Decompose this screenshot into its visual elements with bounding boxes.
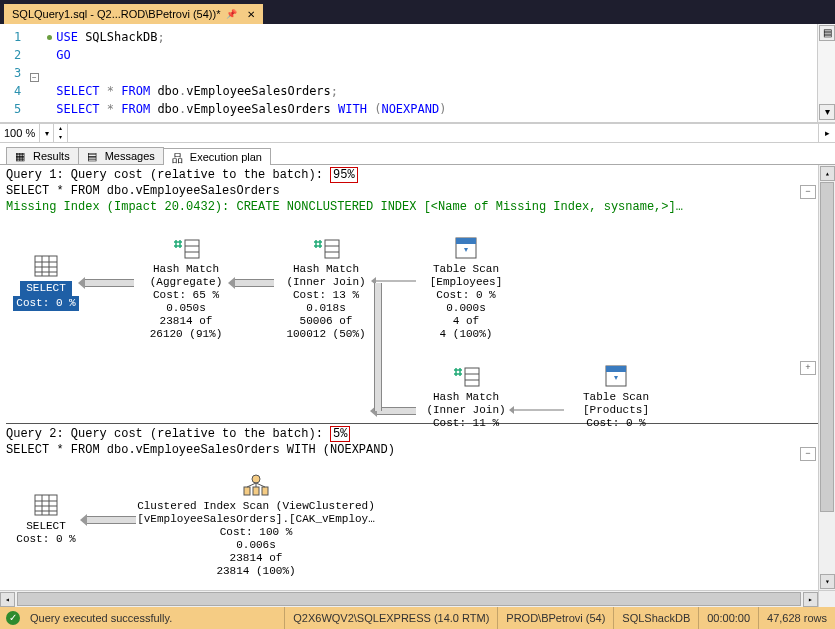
- results-tab-strip: ▦ Results ▤ Messages 品 Execution plan: [0, 143, 835, 165]
- svg-rect-6: [185, 240, 199, 258]
- plan-arrow: [86, 516, 136, 524]
- op-hash-join2[interactable]: Hash Match (Inner Join) Cost: 11 %: [406, 361, 526, 430]
- grid-icon: ▦: [15, 150, 29, 162]
- hash-match-icon: [171, 234, 201, 262]
- horizontal-scrollbar[interactable]: [68, 124, 819, 142]
- collapse-query1-icon[interactable]: −: [800, 185, 816, 199]
- sql-editor[interactable]: 1 2 3 4 5 − USE SQLShackDB; GO SELECT * …: [0, 24, 835, 123]
- op-tablescan-products[interactable]: Table Scan [Products] Cost: 0 %: [556, 361, 676, 430]
- plan-vertical-scrollbar[interactable]: ▴ ▾: [818, 165, 835, 607]
- close-icon[interactable]: ✕: [247, 9, 255, 20]
- line-number-gutter: 1 2 3 4 5: [14, 24, 27, 122]
- svg-rect-0: [35, 256, 57, 276]
- scroll-right-icon[interactable]: ▸: [819, 128, 835, 138]
- svg-rect-19: [606, 366, 626, 372]
- plan-horizontal-scrollbar[interactable]: ◂ ▸: [0, 590, 818, 607]
- query2-cost-highlight: 5%: [330, 426, 350, 442]
- query2-sql: SELECT * FROM dbo.vEmployeeSalesOrders W…: [6, 442, 829, 458]
- table-scan-icon: [451, 234, 481, 262]
- collapse-query2-icon[interactable]: −: [800, 447, 816, 461]
- table-icon: [31, 491, 61, 519]
- query1-header: Query 1: Query cost (relative to the bat…: [6, 167, 829, 183]
- plan-icon: 品: [172, 151, 186, 163]
- nav-arrows[interactable]: ▴▾: [54, 124, 68, 142]
- tab-results[interactable]: ▦ Results: [6, 147, 79, 164]
- document-tab-bar: SQLQuery1.sql - Q2...ROD\BPetrovi (54))*…: [0, 0, 835, 24]
- svg-rect-15: [465, 368, 479, 386]
- query1-plan-canvas[interactable]: SELECT Cost: 0 % Hash Match (Aggregate) …: [6, 221, 829, 421]
- scroll-down-icon[interactable]: ▾: [819, 104, 835, 120]
- scrollbar-thumb[interactable]: [17, 592, 801, 606]
- table-icon: [31, 252, 61, 280]
- svg-rect-21: [35, 495, 57, 515]
- editor-zoom-bar: 100 % ▾ ▴▾ ▸: [0, 123, 835, 143]
- plan-arrow: [374, 283, 382, 411]
- query1-cost-highlight: 95%: [330, 167, 358, 183]
- tab-execution-plan[interactable]: 品 Execution plan: [163, 148, 271, 165]
- op-clustered-index-scan[interactable]: Clustered Index Scan (ViewClustered) [vE…: [126, 470, 386, 578]
- svg-rect-28: [253, 487, 259, 495]
- op-hash-join1[interactable]: Hash Match (Inner Join) Cost: 13 % 0.018…: [266, 233, 386, 341]
- hash-match-icon: [311, 234, 341, 262]
- scroll-right-icon[interactable]: ▸: [803, 592, 818, 607]
- scrollbar-thumb[interactable]: [820, 182, 834, 512]
- status-database: SQLShackDB: [613, 607, 698, 629]
- op-tablescan-employees[interactable]: Table Scan [Employees] Cost: 0 % 0.000s …: [406, 233, 526, 341]
- svg-rect-13: [456, 238, 476, 244]
- scroll-up-icon[interactable]: ▴: [820, 166, 835, 181]
- missing-index-hint[interactable]: Missing Index (Impact 20.0432): CREATE N…: [6, 199, 829, 215]
- status-user: PROD\BPetrovi (54): [497, 607, 613, 629]
- svg-point-30: [252, 475, 260, 483]
- plan-arrow: [514, 409, 564, 411]
- status-rows: 47,628 rows: [758, 607, 835, 629]
- status-message: Query executed successfully.: [26, 612, 284, 624]
- query2-plan-canvas[interactable]: SELECT Cost: 0 % Clustered Index Scan (V…: [6, 460, 829, 600]
- svg-rect-9: [325, 240, 339, 258]
- status-server: Q2X6WQV2\SQLEXPRESS (14.0 RTM): [284, 607, 497, 629]
- query1-sql: SELECT * FROM dbo.vEmployeeSalesOrders: [6, 183, 829, 199]
- code-text[interactable]: USE SQLShackDB; GO SELECT * FROM dbo.vEm…: [41, 24, 835, 122]
- zoom-value[interactable]: 100 %: [0, 124, 40, 142]
- svg-line-31: [247, 483, 256, 487]
- scroll-down-icon[interactable]: ▾: [820, 574, 835, 589]
- tab-messages[interactable]: ▤ Messages: [78, 147, 164, 164]
- status-bar: ✓ Query executed successfully. Q2X6WQV2\…: [0, 607, 835, 629]
- hash-match-icon: [451, 362, 481, 390]
- clustered-index-scan-icon: [241, 471, 271, 499]
- svg-rect-27: [244, 487, 250, 495]
- table-scan-icon: [601, 362, 631, 390]
- svg-line-33: [256, 483, 265, 487]
- expand-icon[interactable]: +: [800, 361, 816, 375]
- file-tab-title: SQLQuery1.sql - Q2...ROD\BPetrovi (54))*: [12, 8, 220, 20]
- messages-icon: ▤: [87, 150, 101, 162]
- svg-rect-29: [262, 487, 268, 495]
- editor-splitter[interactable]: ▤ ▾: [817, 24, 835, 122]
- collapse-toggle-icon[interactable]: −: [30, 73, 39, 82]
- scrollbar-corner: [818, 590, 835, 607]
- plan-arrow: [234, 279, 274, 287]
- zoom-dropdown-icon[interactable]: ▾: [40, 124, 54, 142]
- plan-arrow: [376, 407, 416, 415]
- scroll-left-icon[interactable]: ◂: [0, 592, 15, 607]
- op-select[interactable]: SELECT Cost: 0 %: [6, 251, 86, 311]
- split-icon[interactable]: ▤: [819, 25, 835, 41]
- plan-arrow: [84, 279, 134, 287]
- op-select2[interactable]: SELECT Cost: 0 %: [6, 490, 86, 546]
- status-time: 00:00:00: [698, 607, 758, 629]
- file-tab[interactable]: SQLQuery1.sql - Q2...ROD\BPetrovi (54))*…: [4, 4, 263, 24]
- success-icon: ✓: [6, 611, 20, 625]
- plan-arrow: [376, 280, 416, 282]
- pin-icon[interactable]: 📌: [226, 9, 237, 19]
- execution-plan-panel: Query 1: Query cost (relative to the bat…: [0, 165, 835, 607]
- code-fold-gutter: −: [27, 24, 41, 122]
